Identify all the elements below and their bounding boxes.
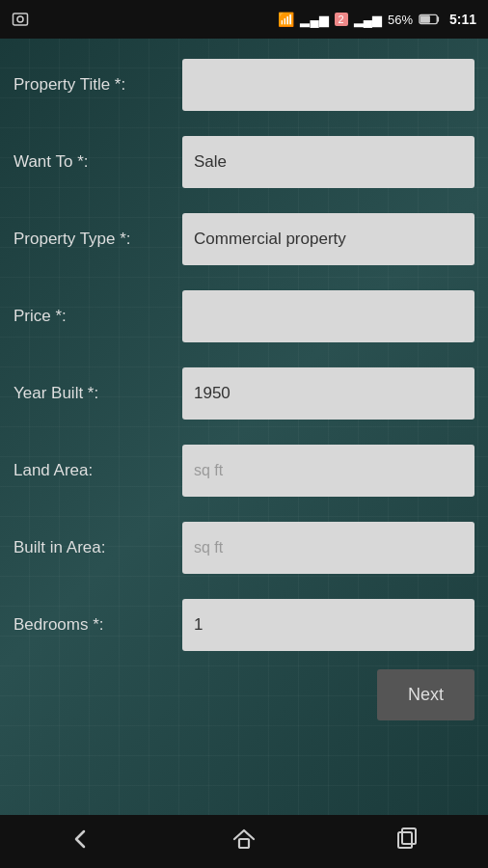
label-land-area: Land Area: [14,460,182,481]
input-property-type[interactable] [182,213,474,265]
signal-icon: ▂▄▆ [300,13,328,27]
label-property-title: Property Title *: [14,74,182,95]
form-row-property-title: Property Title *: [0,46,488,123]
input-property-title[interactable] [182,59,474,111]
recents-button[interactable] [375,819,439,865]
recents-icon [394,827,420,852]
svg-point-1 [17,16,23,22]
camera-icon [12,11,29,28]
input-want-to[interactable] [182,136,474,188]
input-built-in-area[interactable] [182,522,474,574]
svg-rect-7 [402,828,416,844]
wifi-icon: 📶 [278,12,294,27]
label-want-to: Want To *: [14,151,182,173]
svg-rect-6 [398,832,412,848]
form-row-price: Price *: [0,278,488,355]
form-row-land-area: Land Area: [0,432,488,509]
back-button[interactable] [49,819,113,865]
form-row-property-type: Property Type *: [0,201,488,278]
next-button-container: Next [0,664,488,732]
battery-icon [419,14,440,25]
input-land-area[interactable] [182,445,474,497]
form-row-year-built: Year Built *: [0,355,488,432]
home-icon [231,827,257,852]
form-container[interactable]: Property Title *:Want To *:Property Type… [0,39,488,815]
status-bar-right: 📶 ▂▄▆ 2 ▂▄▆ 56% 5:11 [278,12,476,27]
label-price: Price *: [14,306,182,327]
sim-icon: 2 [335,13,348,26]
status-bar: 📶 ▂▄▆ 2 ▂▄▆ 56% 5:11 [0,0,488,39]
next-button[interactable]: Next [377,669,474,720]
form-row-want-to: Want To *: [0,123,488,201]
signal2-icon: ▂▄▆ [354,13,382,27]
back-arrow-icon [68,827,94,852]
home-button[interactable] [212,819,276,865]
bottom-navigation [0,815,488,868]
status-bar-left [12,11,29,28]
label-year-built: Year Built *: [14,383,182,404]
input-price[interactable] [182,290,474,342]
label-property-type: Property Type *: [14,229,182,250]
input-bedrooms[interactable] [182,599,474,651]
label-bedrooms: Bedrooms *: [14,614,182,636]
svg-rect-4 [437,16,439,22]
svg-rect-0 [14,14,28,25]
time-display: 5:11 [449,12,476,27]
input-year-built[interactable] [182,367,474,420]
battery-label: 56% [388,13,413,27]
svg-rect-5 [239,839,249,848]
form-row-built-in-area: Built in Area: [0,509,488,586]
label-built-in-area: Built in Area: [14,537,182,558]
form-row-bedrooms: Bedrooms *: [0,586,488,664]
svg-rect-3 [420,15,430,22]
